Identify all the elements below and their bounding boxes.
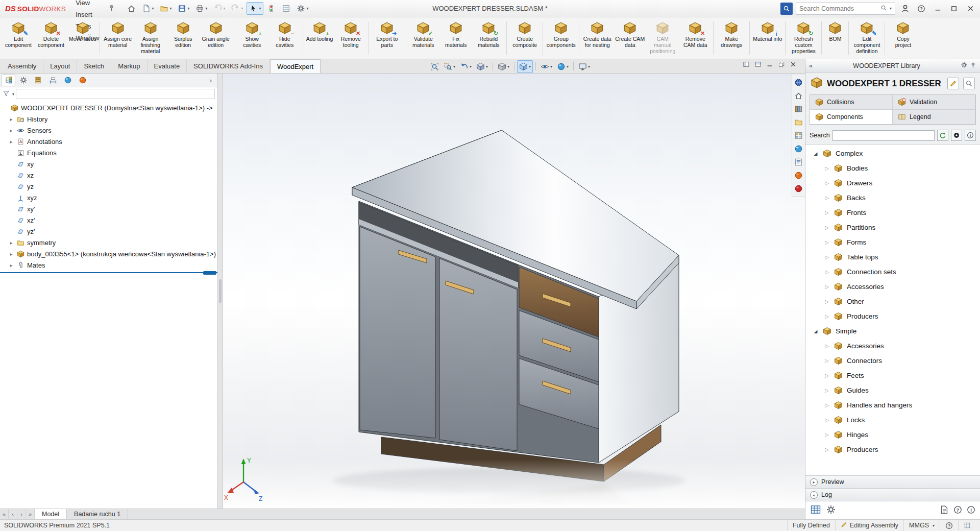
- document-button[interactable]: [939, 505, 949, 516]
- save-button[interactable]: ▾: [175, 2, 192, 15]
- table-button[interactable]: [810, 504, 821, 517]
- tree-item-body-003355-1-konstrukcja-wie-cowa[interactable]: ▸body_003355<1> (konstrukcja wieńcowa<St…: [0, 248, 217, 259]
- print-button[interactable]: ▾: [193, 2, 210, 15]
- show-cavities-button[interactable]: +Show cavities: [236, 18, 268, 58]
- library-item-partitions[interactable]: ▷Partitions: [805, 220, 980, 235]
- sheet-grid-button[interactable]: [279, 2, 293, 15]
- doc-new-button[interactable]: ▾: [139, 2, 156, 15]
- monitor-button[interactable]: ▾: [576, 60, 592, 73]
- assign-finishing-material-button[interactable]: Assign finishing material: [134, 18, 167, 58]
- footer-help-button[interactable]: ?: [953, 505, 962, 516]
- tree-item-xy[interactable]: xy': [0, 203, 217, 214]
- expander-icon[interactable]: ▸: [8, 128, 14, 133]
- library-item-bodies[interactable]: ▷Bodies: [805, 161, 980, 176]
- view-palette-tab[interactable]: [793, 130, 804, 141]
- delete-component-button[interactable]: ✕Delete component: [35, 18, 67, 58]
- minimize-doc-button[interactable]: [766, 61, 773, 68]
- solidworks-resources-tab[interactable]: [793, 90, 804, 101]
- assign-core-material-button[interactable]: Assign core material: [102, 18, 134, 58]
- folder-open-button[interactable]: ▾: [157, 2, 174, 15]
- expander-icon[interactable]: ▷: [824, 313, 830, 319]
- zoom-fit-button[interactable]: [428, 60, 441, 73]
- navigation-tab[interactable]: [793, 77, 804, 88]
- rebuild-button[interactable]: [264, 2, 278, 15]
- sphere-button[interactable]: ▾: [555, 60, 571, 73]
- library-item-handles-and-hangers[interactable]: ▷Handles and hangers: [805, 398, 980, 413]
- bom-button[interactable]: BOM: [823, 18, 847, 58]
- settings-button[interactable]: [826, 504, 836, 516]
- search-input[interactable]: [799, 5, 879, 12]
- tree-item-equations[interactable]: ΣEquations: [0, 147, 217, 158]
- validate-materials-button[interactable]: ✓Validate materials: [407, 18, 439, 58]
- help-button[interactable]: ?: [915, 2, 928, 15]
- fix-materials-button[interactable]: Fix materials: [439, 18, 472, 58]
- expander-icon[interactable]: ▷: [824, 225, 830, 230]
- library-item-other[interactable]: ▷Other: [805, 294, 980, 309]
- library-tab-collisions[interactable]: Collisions: [810, 95, 893, 110]
- hide-cavities-button[interactable]: −Hide cavities: [268, 18, 301, 58]
- library-tab-validation[interactable]: !Validation: [893, 95, 975, 110]
- prev-model-tab-button[interactable]: ‹: [9, 509, 17, 519]
- zoom-area-button[interactable]: ▾: [442, 60, 457, 73]
- expander-icon[interactable]: ▸: [8, 262, 14, 268]
- expander-icon[interactable]: ▷: [824, 269, 830, 275]
- search-scope-button[interactable]: [780, 3, 793, 15]
- library-item-drawers[interactable]: ▷Drawers: [805, 176, 980, 190]
- first-model-tab-button[interactable]: «: [0, 509, 9, 519]
- panel-splitter[interactable]: [218, 74, 223, 509]
- rollback-grip[interactable]: [203, 271, 216, 275]
- refresh-button[interactable]: [937, 130, 948, 141]
- tree-item-symmetry[interactable]: ▸symmetry: [0, 237, 217, 248]
- next-model-tab-button[interactable]: ›: [17, 509, 26, 519]
- prev-view-button[interactable]: ▾: [458, 60, 474, 73]
- rebuild-materials-button[interactable]: ↻Rebuild materials: [472, 18, 505, 58]
- menu-insert[interactable]: Insert: [71, 9, 104, 20]
- last-model-tab-button[interactable]: »: [26, 509, 35, 519]
- tree-item-history[interactable]: ▸History: [0, 113, 217, 125]
- expander-icon[interactable]: ▷: [824, 210, 830, 215]
- edit-component-definition-button[interactable]: ✎Edit component definition: [850, 18, 883, 58]
- units-selector[interactable]: MMGS▾: [903, 520, 940, 531]
- log-section[interactable]: ▴ Log: [805, 488, 980, 501]
- tree-item-xz[interactable]: xz': [0, 214, 217, 226]
- grain-angle-edition-button[interactable]: Grain angle edition: [200, 18, 232, 58]
- library-info-button[interactable]: i: [965, 130, 976, 141]
- library-group-simple[interactable]: ◢Simple: [805, 324, 980, 339]
- create-cam-data-button[interactable]: Create CAM data: [614, 18, 646, 58]
- library-item-locks[interactable]: ▷Locks: [805, 413, 980, 427]
- expander-icon[interactable]: ▷: [824, 195, 830, 201]
- tree-item-mates[interactable]: ▸Mates: [0, 259, 217, 271]
- configurationmanager-tab[interactable]: [31, 75, 45, 86]
- library-tab-legend[interactable]: Legend: [893, 110, 975, 125]
- maximize-button[interactable]: [947, 2, 961, 15]
- expander-icon[interactable]: ▸: [8, 116, 14, 122]
- redo-button[interactable]: ▾: [229, 2, 246, 15]
- pin-menubar-button[interactable]: [108, 4, 115, 13]
- file-explorer-tab[interactable]: [793, 117, 804, 128]
- library-item-guides[interactable]: ▷Guides: [805, 383, 980, 398]
- eye-button[interactable]: ▾: [538, 60, 554, 73]
- tab-sketch[interactable]: Sketch: [77, 59, 111, 73]
- login-button[interactable]: [898, 2, 912, 15]
- woodexpert-manager-tab[interactable]: [76, 75, 89, 86]
- expander-icon[interactable]: ▷: [824, 417, 830, 423]
- featuremanager-design-tree-tab[interactable]: [2, 75, 15, 86]
- close-doc-button[interactable]: [790, 61, 797, 68]
- library-item-backs[interactable]: ▷Backs: [805, 190, 980, 205]
- preview-section[interactable]: ▸ Preview: [805, 475, 980, 488]
- expander-icon[interactable]: ▷: [824, 402, 830, 408]
- library-item-producers[interactable]: ▷Producers: [805, 309, 980, 324]
- tab-woodexpert[interactable]: WoodExpert: [270, 59, 321, 73]
- appearances-tab[interactable]: [793, 143, 804, 154]
- library-item-producers[interactable]: ▷Producers: [805, 442, 980, 457]
- status-help-button[interactable]: ?: [940, 520, 958, 531]
- refresh-custom-properties-button[interactable]: ↻Refresh custom properties: [787, 18, 820, 58]
- expander-icon[interactable]: ▷: [824, 254, 830, 260]
- expander-icon[interactable]: ▷: [824, 180, 830, 186]
- expander-icon[interactable]: ▸: [8, 251, 14, 257]
- filter-caret-icon[interactable]: ▾: [12, 92, 14, 96]
- library-item-accessories[interactable]: ▷Accessories: [805, 339, 980, 353]
- expander-icon[interactable]: ▷: [824, 373, 830, 378]
- tree-item-sensors[interactable]: ▸Sensors: [0, 125, 217, 136]
- tree-item-xz[interactable]: xz: [0, 170, 217, 181]
